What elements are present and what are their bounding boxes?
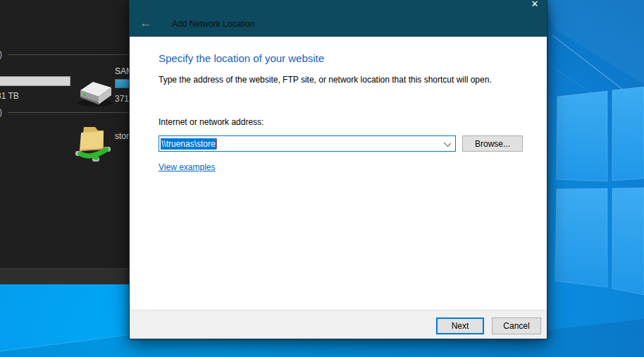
back-button[interactable]: ←: [137, 16, 155, 31]
page-title: Specify the location of your website: [159, 52, 324, 64]
windows-logo: [555, 87, 644, 295]
drive-usage-bar: [0, 76, 70, 86]
address-combobox[interactable]: \\truenas\store: [159, 135, 456, 152]
explorer-status-bar: [0, 268, 141, 284]
next-button[interactable]: Next: [436, 317, 484, 334]
drive-free-space: 371: [115, 94, 129, 104]
text-caret: [216, 138, 217, 149]
cancel-button[interactable]: Cancel: [492, 317, 541, 334]
network-group-label: ): [0, 107, 2, 117]
dialog-title: Add Network Location: [172, 19, 254, 29]
back-icon: ←: [140, 16, 152, 30]
group-divider-line: [8, 54, 141, 55]
address-label: Internet or network address:: [159, 117, 264, 127]
dialog-content: Specify the location of your website Typ…: [130, 37, 547, 310]
combo-dropdown-button[interactable]: [441, 136, 455, 151]
light-beam: [543, 0, 644, 85]
network-share-label: stor: [115, 131, 129, 141]
network-folder-icon: [71, 123, 116, 164]
browse-button[interactable]: Browse...: [462, 135, 523, 152]
view-examples-link[interactable]: View examples: [159, 162, 215, 172]
drives-group-divider[interactable]: ): [0, 49, 141, 59]
network-group-divider[interactable]: ): [0, 107, 141, 117]
drive-free-space: 31 TB: [0, 91, 19, 101]
dialog-footer: Next Cancel: [130, 310, 547, 339]
close-icon: ✕: [531, 0, 539, 9]
drives-group-label: ): [0, 49, 2, 59]
address-selected-text: \\truenas\store: [161, 138, 216, 150]
hard-drive-icon: [75, 76, 116, 109]
group-divider-line: [8, 112, 141, 113]
dialog-titlebar: ← Add Network Location ✕: [130, 0, 547, 37]
chevron-down-icon: [444, 140, 451, 147]
wizard-description: Type the address of the website, FTP sit…: [159, 75, 492, 85]
desktop: ) 31 TB SAM 371 ): [0, 0, 644, 357]
add-network-location-dialog: ← Add Network Location ✕ Specify the loc…: [129, 0, 547, 339]
file-explorer-window: ) 31 TB SAM 371 ): [0, 0, 141, 284]
close-button[interactable]: ✕: [527, 0, 543, 11]
